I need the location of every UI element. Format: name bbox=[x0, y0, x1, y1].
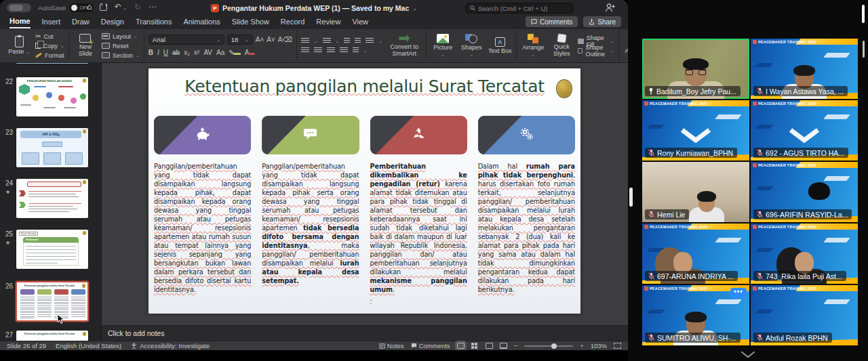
slideshow-button[interactable] bbox=[500, 343, 507, 349]
format-superscript-button[interactable]: x² bbox=[194, 49, 199, 56]
shape-outline-button[interactable]: Shape Outline ⌄ bbox=[578, 47, 614, 55]
slide-27-thumbnail[interactable]: Ketentuan panggilan melalui Surat Tercat… bbox=[16, 330, 89, 341]
undo-icon[interactable]: ↶ ⌄ bbox=[115, 2, 127, 12]
picture-button[interactable]: Picture ⌄ bbox=[431, 34, 455, 58]
copy-button[interactable]: Copy ⌄ bbox=[35, 42, 64, 50]
window-controls[interactable] bbox=[7, 3, 31, 12]
shapes-button[interactable]: Shapes ⌄ bbox=[459, 34, 484, 58]
notes-pane[interactable]: Click to add notes bbox=[102, 325, 628, 341]
align-right-icon[interactable] bbox=[327, 47, 335, 54]
bullets-icon[interactable] bbox=[301, 38, 309, 44]
window-scrollbar-2[interactable] bbox=[863, 41, 865, 58]
zoom-slider[interactable] bbox=[524, 345, 573, 347]
paste-button[interactable]: Paste ⌄ bbox=[7, 36, 31, 56]
slide-sorter-view-button[interactable] bbox=[471, 343, 479, 349]
participant-tile[interactable]: PEACEMAKER TRAINING 2025 ••• 696-ARIFIN … bbox=[751, 162, 858, 222]
share-people-icon[interactable] bbox=[605, 3, 617, 14]
current-slide-canvas[interactable]: Ketentuan panggilan melalui Surat Tercat… bbox=[149, 68, 580, 314]
zoom-out-button[interactable]: − bbox=[514, 342, 518, 349]
comments-toggle-button[interactable]: Comments bbox=[411, 342, 450, 349]
format-strikethrough-button[interactable]: ab bbox=[172, 49, 180, 56]
normal-view-button[interactable] bbox=[457, 343, 465, 349]
text-box-button[interactable]: A Text Box bbox=[488, 37, 512, 55]
card-column-3[interactable]: Pemberitahuan dikembalikan ke pengadilan… bbox=[370, 116, 467, 310]
redo-icon[interactable]: ↻ bbox=[134, 2, 141, 12]
font-size-select[interactable]: 18⌄ bbox=[227, 35, 253, 45]
slide-21-thumbnail-partial[interactable] bbox=[16, 63, 89, 64]
notes-toggle-button[interactable]: Notes bbox=[379, 342, 404, 349]
slide-26-thumbnail-selected[interactable]: Ketentuan panggilan melalui Surat Tercat… bbox=[16, 281, 89, 322]
card-column-1[interactable]: Panggilan/pemberitahuan yang tidak dapat… bbox=[154, 116, 251, 310]
format-change-case-button[interactable]: Aa bbox=[216, 49, 224, 56]
reading-view-button[interactable] bbox=[486, 343, 493, 349]
window-edge-handle[interactable] bbox=[629, 188, 633, 207]
tab-transitions[interactable]: Transitions bbox=[136, 18, 172, 28]
search-input[interactable]: Search (Cmd + Ctrl + U) bbox=[465, 3, 574, 14]
line-spacing-icon[interactable] bbox=[366, 38, 374, 44]
accessibility-status[interactable]: Accessibility: Investigate bbox=[131, 342, 210, 349]
tile-more-options-button[interactable]: ••• bbox=[730, 288, 747, 298]
clear-formatting-icon[interactable]: A⌫ bbox=[278, 36, 292, 43]
justify-icon[interactable] bbox=[340, 47, 348, 54]
card-column-2[interactable]: Panggilan/pemberitahuan yang tidak dapat… bbox=[262, 116, 359, 310]
align-left-icon[interactable] bbox=[301, 47, 309, 54]
title-chevron-icon[interactable]: ⌄ bbox=[412, 5, 417, 12]
gallery-collapse-chevron-icon[interactable] bbox=[741, 351, 755, 358]
participant-tile[interactable]: PEACEMAKER TRAINING 2025 ••• 692 - AGUS … bbox=[751, 100, 858, 161]
layout-button[interactable]: Layout ⌄ bbox=[102, 33, 140, 41]
participant-tile[interactable]: PEACEMAKER TRAINING 2025 ••• SUMITRO ALI… bbox=[642, 285, 749, 345]
arrange-button[interactable]: Arrange ⌄ bbox=[521, 34, 545, 58]
tab-record[interactable]: Record bbox=[281, 18, 304, 28]
format-painter-button[interactable]: Format bbox=[35, 51, 64, 60]
participant-tile[interactable]: PEACEMAKER TRAINING 2025 ••• Badilum_Boy… bbox=[642, 39, 749, 99]
slide-25-thumbnail[interactable]: Surat Tercatat Pedoman bbox=[16, 229, 89, 270]
tab-draw[interactable]: Draw bbox=[72, 18, 90, 28]
fit-to-window-button[interactable] bbox=[614, 343, 621, 349]
participant-tile[interactable]: PEACEMAKER TRAINING 2025 ••• 697-ARUNA I… bbox=[642, 224, 749, 284]
convert-smartart-button[interactable]: Convert to SmartArt bbox=[387, 35, 422, 58]
font-name-select[interactable]: Arial⌄ bbox=[149, 35, 224, 45]
format-underline-button[interactable]: U bbox=[163, 49, 168, 56]
add-ins-button[interactable]: Add-ins bbox=[623, 37, 628, 55]
increase-indent-icon[interactable] bbox=[355, 38, 361, 44]
format-character-spacing-button[interactable]: AV bbox=[203, 49, 212, 56]
participant-tile[interactable]: PEACEMAKER TRAINING 2025 ••• 743_Rika la… bbox=[751, 224, 858, 284]
zoom-in-button[interactable]: + bbox=[580, 342, 584, 349]
slide-title[interactable]: Ketentuan panggilan melalui Surat Tercat… bbox=[149, 77, 580, 96]
tab-design[interactable]: Design bbox=[101, 18, 124, 28]
highlight-color-button[interactable]: ✎ bbox=[229, 49, 240, 56]
quick-styles-button[interactable]: Quick Styles bbox=[549, 34, 574, 58]
home-icon[interactable]: ⌂ bbox=[87, 2, 92, 12]
decrease-font-icon[interactable]: A˅ bbox=[267, 36, 275, 43]
font-color-button[interactable]: A bbox=[245, 49, 256, 56]
participant-tile[interactable]: PEACEMAKER TRAINING 2025 ••• Hemi Lie bbox=[642, 162, 749, 222]
tab-animations[interactable]: Animations bbox=[183, 18, 220, 28]
tab-review[interactable]: Review bbox=[316, 18, 340, 28]
more-commands-icon[interactable]: ⋯ bbox=[149, 2, 157, 12]
section-button[interactable]: Section ⌄ bbox=[102, 51, 140, 60]
zoom-slider-knob[interactable] bbox=[551, 343, 557, 349]
zoom-percent[interactable]: 103% bbox=[591, 342, 607, 349]
language-indicator[interactable]: English (United States) bbox=[56, 342, 121, 349]
tab-home[interactable]: Home bbox=[9, 17, 31, 28]
slide-23-thumbnail[interactable]: HIR & RBg bbox=[16, 127, 89, 168]
text-direction-icon[interactable] bbox=[353, 47, 359, 54]
tab-slide-show[interactable]: Slide Show bbox=[232, 18, 269, 28]
tab-insert[interactable]: Insert bbox=[42, 18, 61, 28]
slide-22-thumbnail[interactable]: PENGATURAN PANGILAN SIDANG bbox=[16, 77, 89, 117]
window-scrollbar[interactable] bbox=[862, 5, 865, 23]
cut-button[interactable]: ✂Cut bbox=[35, 33, 64, 41]
participant-tile[interactable]: PEACEMAKER TRAINING 2025 ••• I Wayan Ast… bbox=[751, 39, 858, 99]
card-column-4[interactable]: Dalam hal rumah para pihak tidak berpeng… bbox=[478, 116, 575, 310]
save-icon[interactable] bbox=[100, 3, 107, 11]
participant-tile[interactable]: PEACEMAKER TRAINING 2025 ••• Rony Kurnia… bbox=[642, 100, 749, 161]
numbering-icon[interactable] bbox=[323, 38, 331, 44]
comments-button[interactable]: Comments bbox=[526, 16, 578, 27]
increase-font-icon[interactable]: A˄ bbox=[256, 36, 264, 43]
format-italic-button[interactable]: I bbox=[157, 49, 159, 56]
tab-view[interactable]: View bbox=[352, 18, 368, 28]
share-button[interactable]: Share bbox=[583, 16, 621, 27]
format-bold-button[interactable]: B bbox=[149, 49, 153, 56]
format-subscript-button[interactable]: x₂ bbox=[184, 49, 190, 56]
decrease-indent-icon[interactable] bbox=[344, 38, 350, 44]
